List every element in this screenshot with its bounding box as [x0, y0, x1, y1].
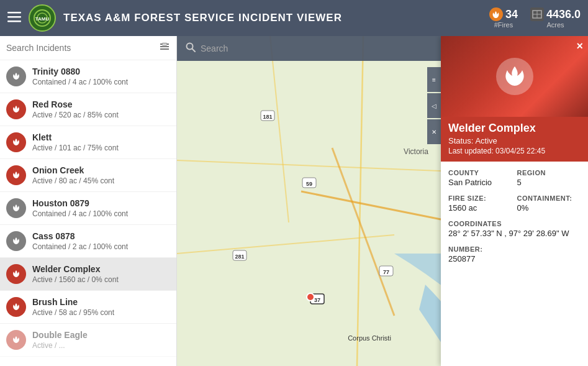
incident-detail-panel: × Welder Complex Status: Active Last upd… — [441, 36, 588, 366]
svg-rect-0 — [7, 12, 21, 14]
panel-coordinates-label: COORDINATES — [448, 220, 581, 227]
panel-fire-badge — [496, 58, 533, 95]
incident-name: Trinity 0880 — [32, 66, 170, 76]
incident-icon-contained — [6, 198, 26, 218]
sidebar-search-input[interactable] — [6, 43, 159, 53]
incident-icon-active — [6, 132, 26, 152]
svg-rect-1 — [7, 16, 21, 18]
panel-number-value: 250877 — [448, 254, 581, 263]
map-search-input[interactable] — [201, 43, 432, 53]
incident-name: Double Eagle — [32, 330, 170, 340]
panel-status-line: Status: Active — [448, 136, 581, 145]
sidebar-search-bar[interactable] — [0, 36, 176, 60]
panel-body: COUNTY San Patricio REGION 5 FIRE SIZE: … — [441, 162, 588, 366]
panel-coordinates-value: 28° 2' 57.33" N , 97° 29' 28.69" W — [448, 229, 581, 238]
incident-list: Trinity 0880 Contained / 4 ac / 100% con… — [0, 60, 176, 366]
sidebar: Trinity 0880 Contained / 4 ac / 100% con… — [0, 36, 177, 366]
incident-icon-active — [6, 165, 26, 185]
panel-side-tabs: ≡ ◁ ✕ — [427, 67, 441, 144]
acres-icon — [530, 7, 544, 21]
panel-number-label: NUMBER: — [448, 245, 581, 253]
incident-name: Brush Line — [32, 297, 170, 307]
app-logo: TAMU — [29, 4, 56, 32]
incident-details: Active / ... — [32, 341, 170, 350]
panel-tab-2[interactable]: ◁ — [427, 93, 441, 118]
incident-name: Klett — [32, 132, 170, 142]
incident-details: Active / 520 ac / 85% cont — [32, 111, 170, 119]
panel-tab-3[interactable]: ✕ — [427, 119, 441, 144]
incident-item[interactable]: Onion Creek Active / 80 ac / 45% cont — [0, 159, 176, 192]
panel-containment-value: 0% — [517, 203, 581, 213]
incident-item[interactable]: Red Rose Active / 520 ac / 85% cont — [0, 93, 176, 126]
acres-count: 4436.0 — [546, 8, 581, 21]
panel-county-value: San Patricio — [448, 178, 512, 187]
incident-details: Active / 101 ac / 75% cont — [32, 144, 170, 152]
map-search-icon — [186, 42, 196, 55]
incident-details: Contained / 4 ac / 100% cont — [32, 78, 170, 86]
acres-stat: 4436.0 Acres — [530, 7, 581, 29]
incident-item[interactable]: Klett Active / 101 ac / 75% cont — [0, 126, 176, 159]
incident-details: Active / 80 ac / 45% cont — [32, 176, 170, 185]
panel-containment-field: CONTAINMENT: 0% — [517, 194, 581, 213]
panel-header-image: × — [441, 36, 588, 117]
svg-text:181: 181 — [263, 114, 272, 120]
panel-status-label: Status: — [448, 136, 473, 145]
incident-icon-active — [6, 264, 26, 284]
panel-firesize-field: FIRE SIZE: 1560 ac — [448, 194, 512, 213]
panel-region-field: REGION 5 — [517, 169, 581, 187]
incident-details: Active / 58 ac / 95% cont — [32, 308, 170, 317]
header-stats: 34 #Fires 4436.0 Acres — [489, 7, 581, 29]
panel-updated-label: Last updated: — [448, 147, 494, 155]
fires-label: #Fires — [494, 21, 513, 29]
incident-icon-active — [6, 330, 26, 350]
panel-firesize-label: FIRE SIZE: — [448, 194, 512, 202]
incident-icon-active — [6, 297, 26, 317]
panel-details-grid: COUNTY San Patricio REGION 5 FIRE SIZE: … — [448, 169, 581, 263]
incident-icon-contained — [6, 66, 26, 86]
main-content: Trinity 0880 Contained / 4 ac / 100% con… — [0, 36, 588, 366]
incident-icon-contained — [6, 231, 26, 251]
svg-point-32 — [307, 293, 314, 301]
svg-text:TAMU: TAMU — [35, 16, 50, 22]
panel-status-value: Active — [475, 136, 497, 145]
incident-details: Contained / 2 ac / 100% cont — [32, 242, 170, 251]
map-area[interactable]: 181 281 59 77 37 Corpus Christi Victoria — [177, 36, 588, 366]
incident-item[interactable]: Trinity 0880 Contained / 4 ac / 100% con… — [0, 60, 176, 93]
incident-details: Active / 1560 ac / 0% cont — [32, 275, 170, 284]
panel-number-field: NUMBER: 250877 — [448, 245, 581, 263]
app-header: TAMU TEXAS A&M FOREST SERVICE INCIDENT V… — [0, 0, 588, 36]
menu-icon[interactable] — [7, 10, 21, 27]
svg-text:Victoria: Victoria — [404, 147, 428, 156]
filter-icon[interactable] — [159, 41, 170, 55]
svg-text:281: 281 — [235, 254, 244, 260]
incident-name: Welder Complex — [32, 264, 170, 274]
map-search-bar — [177, 36, 441, 61]
acres-label: Acres — [546, 21, 564, 29]
svg-text:37: 37 — [314, 297, 320, 303]
incident-item[interactable]: Cass 0878 Contained / 2 ac / 100% cont — [0, 225, 176, 258]
incident-item-partial[interactable]: Double Eagle Active / ... — [0, 324, 176, 357]
panel-incident-name: Welder Complex — [448, 122, 581, 135]
panel-updated-line: Last updated: 03/04/25 22:45 — [448, 147, 581, 155]
panel-county-label: COUNTY — [448, 169, 512, 176]
panel-firesize-value: 1560 ac — [448, 203, 512, 213]
incident-name: Houston 0879 — [32, 198, 170, 208]
panel-tab-1[interactable]: ≡ — [427, 67, 441, 92]
panel-region-label: REGION — [517, 169, 581, 176]
svg-text:59: 59 — [306, 181, 312, 187]
incident-icon-active — [6, 99, 26, 119]
incident-item-selected[interactable]: Welder Complex Active / 1560 ac / 0% con… — [0, 258, 176, 291]
incident-item[interactable]: Brush Line Active / 58 ac / 95% cont — [0, 291, 176, 324]
incident-item[interactable]: Houston 0879 Contained / 4 ac / 100% con… — [0, 192, 176, 225]
panel-close-button[interactable]: × — [576, 40, 583, 53]
svg-rect-12 — [162, 43, 167, 45]
fires-count: 34 — [505, 8, 518, 21]
panel-containment-label: CONTAINMENT: — [517, 194, 581, 202]
svg-text:Corpus Christi: Corpus Christi — [348, 334, 391, 342]
panel-title-bar: Welder Complex Status: Active Last updat… — [441, 117, 588, 162]
svg-line-34 — [192, 49, 196, 52]
incident-name: Cass 0878 — [32, 231, 170, 241]
incident-details: Contained / 4 ac / 100% cont — [32, 209, 170, 218]
incident-name: Red Rose — [32, 99, 170, 109]
panel-region-value: 5 — [517, 178, 581, 187]
